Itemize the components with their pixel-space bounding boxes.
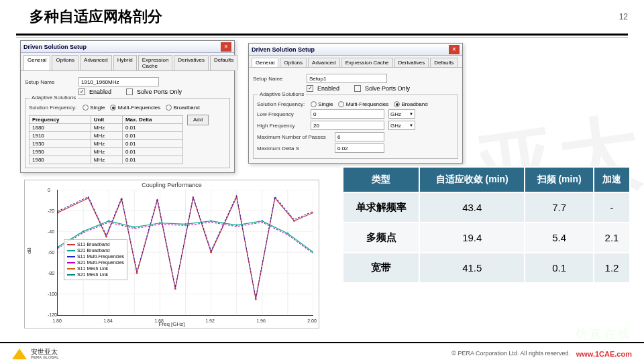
- enabled-label: Enabled: [317, 85, 339, 92]
- dialog-title: Driven Solution Setup: [252, 46, 315, 53]
- tab-expression-cache[interactable]: Expression Cache: [341, 58, 393, 67]
- svg-point-39: [235, 224, 237, 226]
- ports-only-checkbox[interactable]: [354, 85, 361, 92]
- passes-input[interactable]: [335, 132, 384, 141]
- table-row[interactable]: 1880MHz0.01: [30, 124, 183, 132]
- solfreq-label: Solution Frequency:: [29, 105, 78, 111]
- watermark: 仿真在线: [576, 326, 632, 342]
- tab-options[interactable]: Options: [52, 55, 78, 70]
- radio-single[interactable]: [83, 105, 89, 111]
- svg-point-37: [184, 223, 186, 225]
- footer: 安世亚太 PERA GLOBAL © PERA Corporation Ltd.…: [0, 342, 644, 362]
- radio-broadband[interactable]: [394, 101, 400, 107]
- ports-only-checkbox[interactable]: [126, 88, 133, 95]
- coupling-chart: Coupling Performance dB Freq [GHz] 0-20-…: [24, 180, 319, 328]
- brand-logo: 安世亚太 PERA GLOBAL: [12, 349, 59, 359]
- high-label: High Frequency: [257, 123, 307, 129]
- table-row[interactable]: 1930MHz0.01: [30, 140, 183, 148]
- legend-item: S11 Multi-Frequencies: [67, 253, 124, 259]
- results-table: 类型自适应收敛 (min)扫频 (min)加速单求解频率43.47.7-多频点1…: [342, 166, 631, 284]
- table-row: 宽带41.50.11.2: [343, 253, 630, 283]
- col-header: 加速: [594, 167, 630, 192]
- high-unit-select[interactable]: GHz▼: [388, 121, 415, 130]
- table-row[interactable]: 1950MHz0.01: [30, 148, 183, 156]
- legend-item: S21 Multi-Frequencies: [67, 259, 124, 265]
- page-title: 多种自适应网格剖分: [30, 7, 644, 27]
- setup-name-input[interactable]: [307, 74, 387, 83]
- enabled-checkbox[interactable]: [307, 85, 313, 92]
- y-axis-label: dB: [26, 247, 32, 254]
- solfreq-label: Solution Frequency:: [257, 101, 307, 107]
- rule-thick: [16, 34, 628, 36]
- low-unit-select[interactable]: GHz▼: [388, 109, 415, 119]
- setup-name-label: Setup Name: [25, 79, 74, 85]
- tab-derivatives[interactable]: Derivatives: [394, 58, 429, 67]
- dialog-broadband: Driven Solution Setup × GeneralOptionsAd…: [248, 43, 463, 164]
- tab-hybrid[interactable]: Hybrid: [113, 55, 137, 70]
- table-row[interactable]: 1910MHz0.01: [30, 132, 183, 140]
- frequency-table: FrequencyUnitMax. Delta1880MHz0.011910MH…: [29, 115, 183, 164]
- legend-item: S11 Broadband: [67, 241, 124, 247]
- svg-point-34: [108, 220, 110, 222]
- chart-legend: S11 BroadbandS21 BroadbandS11 Multi-Freq…: [64, 239, 127, 280]
- svg-point-22: [136, 272, 138, 274]
- close-icon[interactable]: ×: [221, 42, 231, 52]
- low-input[interactable]: [311, 109, 384, 119]
- svg-point-24: [174, 288, 176, 290]
- tab-defaults[interactable]: Defaults: [210, 55, 237, 70]
- svg-point-36: [159, 222, 161, 224]
- legend-item: S21 Broadband: [67, 247, 124, 253]
- low-label: Low Frequency: [257, 111, 307, 117]
- tab-derivatives[interactable]: Derivatives: [174, 55, 209, 70]
- tab-strip: GeneralOptionsAdvancedHybridExpression C…: [21, 53, 234, 70]
- dialog-multifreq: Driven Solution Setup × GeneralOptionsAd…: [20, 40, 235, 173]
- logo-icon: [12, 349, 27, 359]
- table-row: 多频点19.45.42.1: [343, 223, 630, 253]
- tab-advanced[interactable]: Advanced: [80, 55, 112, 70]
- copyright: © PERA Corporation Ltd. All rights reser…: [451, 350, 570, 357]
- delta-label: Maximum Delta S: [257, 145, 331, 152]
- col-header: 扫频 (min): [525, 167, 594, 192]
- passes-label: Maximum Number of Passes: [257, 134, 331, 140]
- page-number: 12: [619, 12, 628, 21]
- col-header: 自适应收敛 (min): [419, 167, 525, 192]
- svg-point-38: [210, 220, 212, 222]
- tab-advanced[interactable]: Advanced: [308, 58, 340, 67]
- tab-general[interactable]: General: [252, 58, 278, 67]
- table-row[interactable]: 1980MHz0.01: [30, 156, 183, 164]
- site-url: www.1CAE.com: [576, 350, 632, 358]
- svg-point-20: [105, 236, 107, 238]
- rule-thin: [16, 37, 628, 38]
- ports-only-label: Solve Ports Only: [137, 88, 182, 95]
- svg-point-30: [293, 220, 295, 222]
- close-icon[interactable]: ×: [449, 45, 460, 54]
- add-button[interactable]: Add: [187, 115, 209, 125]
- svg-point-40: [261, 220, 263, 222]
- brand-cn: 安世亚太: [31, 349, 59, 355]
- tab-options[interactable]: Options: [280, 58, 307, 67]
- adaptive-group-label: Adaptive Solutions: [30, 95, 78, 101]
- legend-item: S11 Mesh Link: [67, 265, 124, 272]
- delta-input[interactable]: [335, 143, 384, 153]
- ports-only-label: Solve Ports Only: [365, 85, 410, 92]
- radio-broadband[interactable]: [166, 105, 172, 111]
- svg-point-33: [83, 231, 85, 233]
- tab-defaults[interactable]: Defaults: [430, 58, 458, 67]
- high-input[interactable]: [311, 121, 384, 130]
- svg-point-35: [133, 227, 136, 229]
- enabled-checkbox[interactable]: [78, 88, 85, 95]
- table-row: 单求解频率43.47.7-: [343, 192, 630, 223]
- tab-strip: GeneralOptionsAdvancedExpression CacheDe…: [249, 56, 462, 67]
- brand-en: PERA GLOBAL: [31, 355, 59, 359]
- tab-expression-cache[interactable]: Expression Cache: [138, 55, 173, 70]
- setup-name-input[interactable]: [78, 77, 159, 86]
- chart-title: Coupling Performance: [25, 182, 319, 188]
- adaptive-group-label: Adaptive Solutions: [258, 91, 306, 97]
- radio-single[interactable]: [311, 101, 317, 107]
- col-header: 类型: [343, 167, 419, 192]
- dialog-title: Driven Solution Setup: [23, 44, 87, 50]
- tab-general[interactable]: General: [23, 55, 50, 70]
- enabled-label: Enabled: [89, 88, 111, 95]
- setup-name-label: Setup Name: [253, 76, 303, 82]
- svg-point-28: [255, 298, 257, 300]
